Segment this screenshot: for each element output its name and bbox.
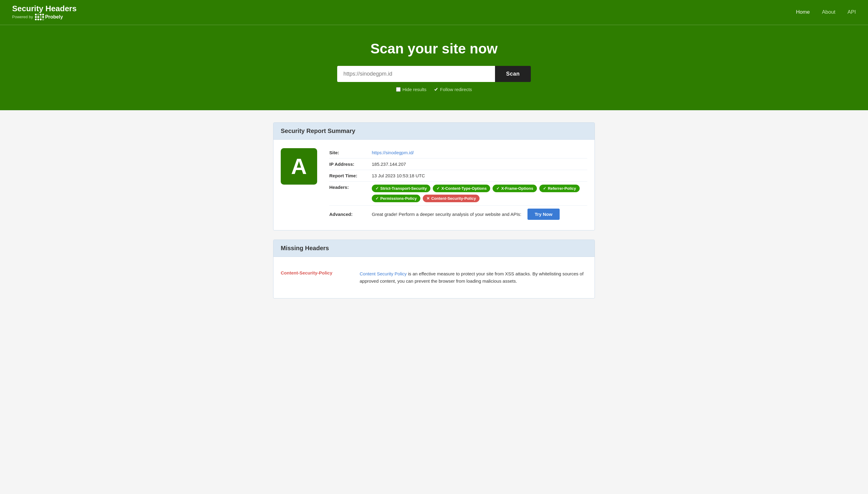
check-icon [543,186,546,191]
powered-by-text: Powered by [12,15,33,19]
headers-label: Headers: [329,185,372,190]
site-value: https://sinodegpm.id/ [372,150,587,155]
report-table: Site: https://sinodegpm.id/ IP Address: … [329,147,587,223]
badge-label: Permissions-Policy [380,196,417,201]
hide-results-checkbox[interactable] [396,87,401,92]
x-icon [427,196,430,201]
scan-button[interactable]: Scan [495,66,531,82]
scan-form: Scan [6,66,862,82]
brand-powered: Powered by Probely [12,14,77,20]
badges-container: Strict-Transport-SecurityX-Content-Type-… [372,185,587,202]
report-summary-card: Security Report Summary A Site: https://… [273,122,595,230]
missing-headers-header: Missing Headers [273,240,595,257]
top-navigation: Security Headers Powered by Probely Home… [0,0,868,25]
header-badge: Content-Security-Policy [423,195,479,202]
advanced-row: Advanced: Great grade! Perform a deeper … [329,206,587,223]
headers-row: Headers: Strict-Transport-SecurityX-Cont… [329,182,587,206]
advanced-value-container: Great grade! Perform a deeper security a… [372,209,587,220]
advanced-text: Great grade! Perform a deeper security a… [372,212,521,217]
report-time-row: Report Time: 13 Jul 2023 10:53:18 UTC [329,170,587,182]
follow-redirects-checkbox[interactable] [434,87,438,92]
report-summary-body: A Site: https://sinodegpm.id/ IP Address… [273,140,595,230]
check-icon [375,196,379,201]
check-icon [496,186,499,191]
try-now-button[interactable]: Try Now [528,209,560,220]
grade-letter: A [291,154,307,179]
ip-row: IP Address: 185.237.144.207 [329,158,587,170]
badge-label: Strict-Transport-Security [380,186,427,191]
report-time-value: 13 Jul 2023 10:53:18 UTC [372,173,587,178]
check-icon [436,186,440,191]
missing-header-row: Content-Security-PolicyContent Security … [281,264,587,291]
header-badge: Strict-Transport-Security [372,185,430,192]
scan-options: Hide results Follow redirects [6,87,862,92]
probely-name: Probely [45,14,63,20]
nav-link-about[interactable]: About [822,9,835,15]
badge-label: X-Frame-Options [501,186,533,191]
hero-section: Scan your site now Scan Hide results Fol… [0,25,868,110]
missing-header-name: Content-Security-Policy [281,270,348,276]
nav-link-home[interactable]: Home [796,9,810,15]
report-summary-title: Security Report Summary [281,128,587,134]
advanced-label: Advanced: [329,212,372,217]
missing-header-link[interactable]: Content Security Policy [360,271,407,276]
probely-dots-icon [35,14,44,20]
nav-links: Home About API [796,9,856,15]
missing-headers-card: Missing Headers Content-Security-PolicyC… [273,240,595,299]
missing-header-desc: Content Security Policy is an effective … [360,270,587,285]
site-row: Site: https://sinodegpm.id/ [329,147,587,158]
ip-label: IP Address: [329,162,372,167]
hide-results-label[interactable]: Hide results [396,87,427,92]
scan-input[interactable] [337,66,495,82]
brand-block: Security Headers Powered by Probely [12,4,77,20]
site-link[interactable]: https://sinodegpm.id/ [372,150,414,155]
header-badge: Permissions-Policy [372,195,420,202]
badge-label: Content-Security-Policy [431,196,476,201]
header-badge: X-Content-Type-Options [433,185,490,192]
main-content: Security Report Summary A Site: https://… [267,122,601,299]
follow-redirects-label[interactable]: Follow redirects [434,87,472,92]
badge-label: Referrer-Policy [548,186,576,191]
brand-title: Security Headers [12,4,77,13]
header-badge: Referrer-Policy [539,185,580,192]
header-badge: X-Frame-Options [493,185,537,192]
ip-value: 185.237.144.207 [372,162,587,167]
site-label: Site: [329,150,372,155]
check-icon [375,186,379,191]
report-summary-header: Security Report Summary [273,123,595,140]
missing-headers-title: Missing Headers [281,245,587,252]
report-layout: A Site: https://sinodegpm.id/ IP Address… [281,147,587,223]
report-time-label: Report Time: [329,173,372,178]
grade-block: A [281,148,317,185]
probely-logo: Probely [35,14,63,20]
headers-badges: Strict-Transport-SecurityX-Content-Type-… [372,185,587,202]
missing-headers-body: Content-Security-PolicyContent Security … [273,257,595,298]
nav-link-api[interactable]: API [848,9,856,15]
badge-label: X-Content-Type-Options [441,186,487,191]
hero-title: Scan your site now [6,40,862,57]
